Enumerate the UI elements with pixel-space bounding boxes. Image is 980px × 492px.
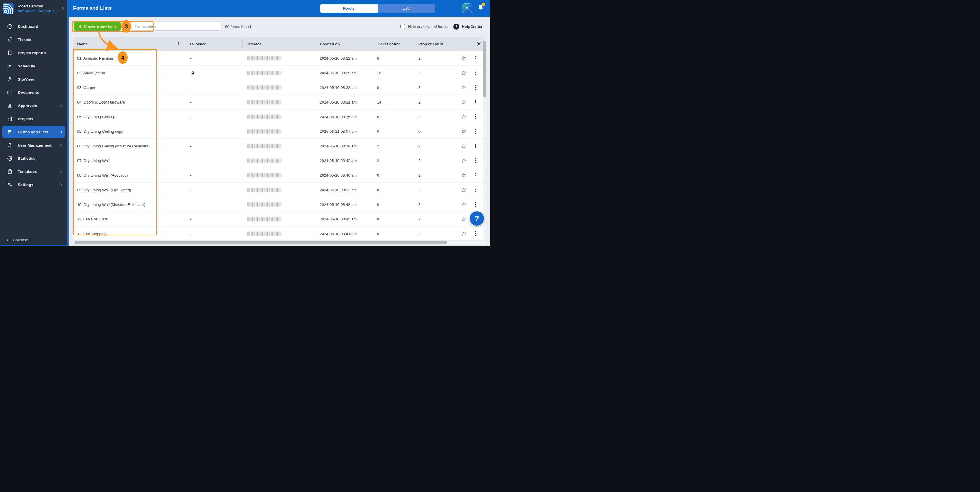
form-name[interactable]: 11. Fan Coil Units [73,212,185,226]
sidebar-item-templates[interactable]: Templates [2,165,65,178]
form-name[interactable]: 08. Dry Lining Wall (Acoustic) [73,168,185,182]
is-locked-cell: - [185,139,242,153]
form-name[interactable]: 02. Audio Visual [73,66,185,80]
favorite-star-icon[interactable] [461,99,467,105]
sidebar-item-settings[interactable]: Settings [2,178,65,191]
table-row: 07. Dry Lining Wall-2024-05-10 08:42 am2… [73,153,486,168]
form-name[interactable]: 07. Dry Lining Wall [73,153,185,168]
row-menu-kebab-icon[interactable] [474,55,477,62]
row-menu-kebab-icon[interactable] [474,70,477,76]
sidebar-item-project-reports[interactable]: Project reports [2,46,65,59]
vertical-scrollbar-thumb[interactable] [484,41,486,97]
row-menu-kebab-icon[interactable] [474,187,477,193]
project-count-cell: 2 [413,153,459,168]
project-count-cell: 2 [413,66,459,80]
form-name[interactable]: 10. Dry Lining Wall (Moisture Resistant) [73,197,185,212]
created-on-cell: 2025-08-21 08:07 pm [315,124,372,139]
row-actions [459,153,486,168]
form-name[interactable]: 05. Dry Lining Ceiling copy [73,124,185,139]
floating-help-button[interactable]: ? [469,211,484,226]
table-settings-gear-icon[interactable] [476,41,482,47]
row-menu-kebab-icon[interactable] [474,143,477,150]
table-row: 05. Dry Lining Ceiling copy-2025-08-21 0… [73,124,486,139]
row-menu-kebab-icon[interactable] [474,113,477,120]
row-menu-kebab-icon[interactable] [474,84,477,91]
ticket-count-cell: 6 [372,51,413,65]
form-name[interactable]: 05. Dry Lining Ceiling [73,110,185,124]
column-header-creator[interactable]: Creator [242,37,315,51]
sidebar-item-schedule[interactable]: Schedule [2,60,65,72]
chevron-right-icon [61,6,65,11]
ticket-count-cell: 0 [372,226,413,240]
column-header-is-locked[interactable]: Is locked [185,37,242,51]
favorite-star-icon[interactable] [461,55,467,61]
favorite-star-icon[interactable] [461,143,467,149]
forms-search-input[interactable] [132,22,221,31]
favorite-star-icon[interactable] [461,202,467,207]
sidebar-item-approvals[interactable]: Approvals [2,99,65,112]
horizontal-scrollbar-thumb[interactable] [74,241,447,244]
sidebar-item-documents[interactable]: Documents [2,86,65,99]
favorite-star-icon[interactable] [461,187,467,193]
favorite-star-icon[interactable] [461,172,467,178]
projects-icon [7,116,13,122]
form-name[interactable]: 03. Carpet [73,80,185,95]
ai-assistant-button[interactable] [462,3,472,13]
form-name[interactable]: 04. Doors & Door Hardware [73,95,185,109]
create-new-form-button[interactable]: + Create a new form [74,22,121,31]
tab-lists[interactable]: Lists [378,4,435,13]
ticket-count-cell: 8 [372,80,413,95]
ticket-count-cell: 6 [372,110,413,124]
form-name[interactable]: 09. Dry Lining Wall (Fire Rated) [73,183,185,197]
form-name[interactable]: 12. Fire Stopping [73,226,185,240]
sidebar-item-tickets[interactable]: Tickets [2,33,65,46]
ticket-count-cell: 0 [372,168,413,182]
sidebar-item-label: Project reports [18,51,46,55]
column-header-ticket-count[interactable]: Ticket count [372,37,413,51]
favorite-star-icon[interactable] [461,114,467,119]
sidebar-item-siteview[interactable]: SiteView [2,73,65,86]
ticket-count-cell: 2 [372,153,413,168]
row-menu-kebab-icon[interactable] [474,99,477,105]
form-name[interactable]: 01. Acoustic Painting [73,51,185,65]
notifications-button[interactable] [477,4,484,12]
column-header-name[interactable]: Name ↑ [73,37,185,51]
sidebar-collapse-button[interactable]: Collapse [6,238,28,242]
favorite-star-icon[interactable] [461,231,467,237]
sidebar-item-label: Forms and Lists [18,130,48,134]
form-name[interactable]: 06. Dry Lining Ceiling (Moisture Resista… [73,139,185,153]
row-menu-kebab-icon[interactable] [474,231,477,237]
sidebar: Robert Hammer PlanRadar - Construc... Da… [0,0,68,246]
user-icon [7,142,13,148]
row-menu-kebab-icon[interactable] [474,128,477,135]
is-locked-cell: - [185,212,242,226]
sidebar-item-forms-and-lists[interactable]: Forms and Lists [2,126,65,138]
favorite-star-icon[interactable] [461,216,467,222]
sidebar-item-dashboard[interactable]: Dashboard [2,20,65,33]
planradar-logo-icon [3,3,14,14]
favorite-star-icon[interactable] [461,70,467,76]
sort-ascending-icon: ↑ [177,41,180,46]
help-center-button[interactable]: ? HelpCenter [453,24,482,30]
favorite-star-icon[interactable] [461,158,467,163]
sidebar-item-statistics[interactable]: Statistics [2,152,65,165]
sidebar-item-user-management[interactable]: User Management [2,139,65,151]
favorite-star-icon[interactable] [461,84,467,90]
row-actions [459,226,486,240]
chevron-right-icon [59,143,63,147]
hide-deactivated-checkbox[interactable] [400,24,405,29]
hide-deactivated-label[interactable]: Hide deactivated forms [408,24,447,29]
row-menu-kebab-icon[interactable] [474,172,477,178]
chevron-left-icon [6,238,10,242]
column-header-created-on[interactable]: Created on [315,37,372,51]
row-menu-kebab-icon[interactable] [474,201,477,208]
created-on-cell: 2024-05-10 08:28 am [315,80,372,95]
favorite-star-icon[interactable] [461,129,467,134]
tab-forms[interactable]: Forms [320,4,378,13]
column-header-project-count[interactable]: Project count [413,37,459,51]
sidebar-item-projects[interactable]: Projects [2,112,65,125]
is-locked-cell: - [185,226,242,240]
account-switcher[interactable]: Robert Hammer PlanRadar - Construc... [0,0,67,17]
is-locked-cell: - [185,51,242,65]
row-menu-kebab-icon[interactable] [474,158,477,164]
